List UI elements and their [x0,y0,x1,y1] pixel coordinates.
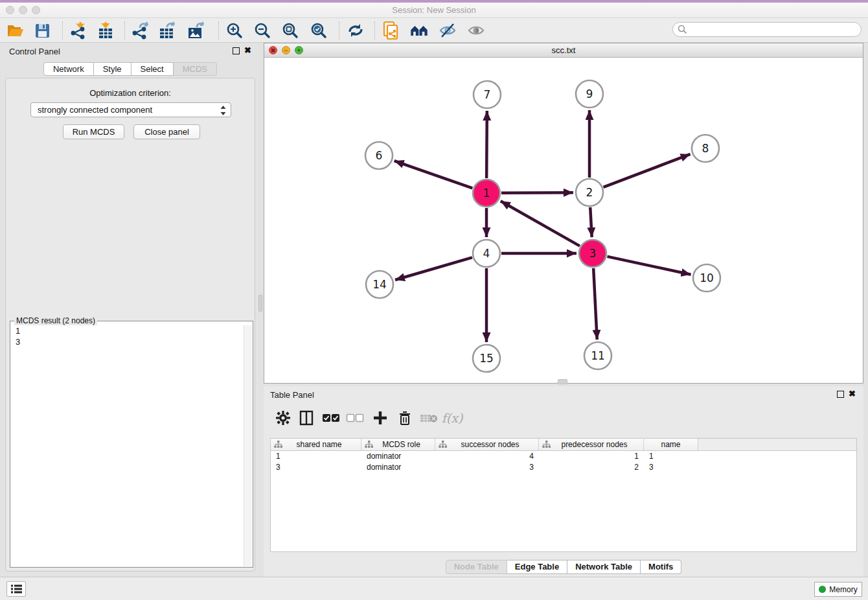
edge-3-11[interactable] [593,268,597,340]
save-session-button[interactable] [32,21,52,40]
graph-node-label-11: 11 [591,349,605,362]
clone-network-button[interactable] [382,21,401,40]
zoom-in-icon [226,22,244,40]
table-cell[interactable]: 3 [271,462,361,473]
graph-node-label-3: 3 [589,247,597,260]
delete-table-button[interactable] [419,408,439,428]
column-header-mcds-role[interactable]: MCDS role [361,439,435,450]
table-cell[interactable]: 1 [539,451,644,462]
table-settings-button[interactable] [273,408,293,428]
search-icon [678,25,687,34]
tab-style[interactable]: Style [94,62,131,76]
delete-column-button[interactable] [395,408,415,428]
table-cell[interactable]: dominator [361,451,435,462]
zoom-selected-icon [310,22,328,40]
memory-label: Memory [829,585,857,594]
open-session-button[interactable] [6,21,25,40]
tab-motifs[interactable]: Motifs [641,560,681,574]
houses-button[interactable] [409,21,429,40]
zoom-in-button[interactable] [225,21,244,40]
table-close-icon[interactable]: ✖ [849,389,856,399]
function-builder-button[interactable]: f(x) [442,408,462,428]
mcds-result-values[interactable]: 1 3 [16,325,20,347]
hierarchy-icon [274,441,282,448]
memory-button[interactable]: Memory [814,582,862,597]
table-cell[interactable]: 1 [644,451,698,462]
table-float-icon[interactable] [837,391,844,398]
checked-checkboxes-icon [322,413,340,422]
import-network-button[interactable] [69,21,88,40]
run-mcds-button[interactable]: Run MCDS [63,124,124,139]
edge-3-1[interactable] [501,201,580,246]
table-cell[interactable]: 4 [435,451,539,462]
toolbar-separator [218,21,219,40]
mcds-result-title: MCDS result (2 nodes) [14,316,97,325]
edge-2-8[interactable] [604,154,691,187]
result-scrollbar[interactable] [244,325,252,566]
zoom-out-button[interactable] [253,21,272,40]
table-row[interactable]: 3dominator323 [271,462,856,473]
hierarchy-icon [439,441,447,448]
criterion-dropdown[interactable]: strongly connected component [30,102,231,117]
table-cell[interactable]: 2 [539,462,644,473]
edge-1-6[interactable] [394,161,473,188]
tab-mcds[interactable]: MCDS [174,62,217,76]
column-header-name[interactable]: name [644,439,698,450]
toolbar-separator [62,21,63,40]
network-window-titlebar[interactable]: ✖ − + scc.txt [264,43,863,58]
window-title: Session: New Session [0,5,868,15]
toggle-columns-button[interactable] [297,408,316,428]
unchecked-checkboxes-icon [346,413,364,422]
export-network-button[interactable] [131,21,150,40]
refresh-button[interactable] [346,21,365,40]
task-history-button[interactable] [6,581,26,597]
table-row[interactable]: 1dominator411 [271,451,856,462]
cytoscape-app: Session: New Session [0,0,868,600]
tab-node-table[interactable]: Node Table [446,560,507,574]
horizontal-splitter-handle[interactable] [558,379,567,384]
edge-4-14[interactable] [395,257,472,280]
column-header-successor-nodes[interactable]: successor nodes [435,439,539,450]
eye-slash-icon [439,22,457,39]
search-input[interactable] [687,25,861,34]
edge-3-10[interactable] [607,257,691,275]
deselect-all-button[interactable] [345,408,365,428]
toolbar-separator [339,21,339,40]
import-table-button[interactable] [96,21,115,40]
tab-edge-table[interactable]: Edge Table [507,560,567,574]
add-column-button[interactable] [371,408,390,428]
table-header-row: shared name MCDS role successor nodes [271,439,856,451]
search-field[interactable] [672,22,862,37]
tab-network[interactable]: Network [43,62,94,76]
table-cell[interactable]: 3 [644,462,698,473]
table-cell[interactable]: 1 [271,451,361,462]
graph-node-label-2: 2 [586,186,593,199]
tab-select[interactable]: Select [131,62,174,76]
column-header-shared-name[interactable]: shared name [271,439,361,450]
export-image-button[interactable] [187,21,206,40]
select-all-button[interactable] [321,408,341,428]
hide-selected-button[interactable] [438,21,457,40]
edge-1-7[interactable] [486,111,487,178]
network-canvas-svg[interactable]: 7968124314101511 [264,58,863,383]
zoom-fit-button[interactable] [280,21,300,40]
tab-network-table[interactable]: Network Table [567,560,641,574]
close-panel-button[interactable]: Close panel [133,124,200,139]
table-cell[interactable]: dominator [361,462,435,473]
network-canvas[interactable]: 7968124314101511 [264,58,863,383]
column-header-predecessor-nodes[interactable]: predecessor nodes [539,439,644,450]
show-eye-button[interactable] [466,21,486,40]
node-table[interactable]: shared name MCDS role successor nodes [270,438,857,552]
close-panel-icon[interactable]: ✖ [244,45,251,56]
eye-icon [467,23,485,38]
float-panel-icon[interactable] [233,47,240,54]
panel-splitter-handle[interactable] [258,295,262,312]
export-table-button[interactable] [158,21,177,40]
edge-2-3[interactable] [590,207,591,237]
mcds-panel: Optimization criterion: strongly connect… [5,78,255,571]
table-cell[interactable]: 3 [435,462,539,473]
save-floppy-icon [34,23,51,39]
edge-1-2[interactable] [501,192,573,193]
fx-icon: f(x) [442,411,463,425]
zoom-selected-button[interactable] [309,21,328,40]
